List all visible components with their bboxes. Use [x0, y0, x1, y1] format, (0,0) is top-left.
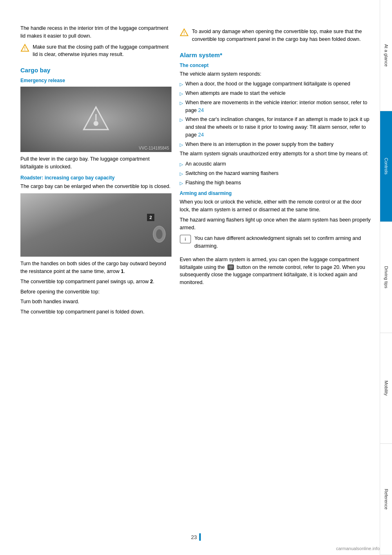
concept-bullet-list: ▷ When a door, the hood or the luggage c… [180, 80, 372, 148]
sidebar-item-driving-tips[interactable]: Driving tips [380, 222, 392, 333]
sidebar: At a glance Controls Driving tips Mobili… [380, 0, 392, 555]
arming-text-2: The hazard warning flashers light up onc… [180, 216, 372, 232]
emergency-release-image: VVC-114185845 [20, 87, 172, 152]
page-bar [199, 533, 201, 541]
warning-2-text: To avoid any damage when opening the con… [192, 28, 372, 43]
bullet-arrow-icon: ▷ [180, 141, 183, 148]
info-icon: i [180, 235, 191, 244]
turn-text-2: The convertible top compartment panel sw… [20, 278, 172, 286]
bullet-arrow-icon: ▷ [180, 116, 183, 123]
warning-box-1: ! Make sure that the closing path of the… [20, 43, 172, 61]
concept-bullet-4: ▷ When the car's inclination changes, fo… [180, 116, 372, 139]
concept-bullet-3: ▷ When there are movements in the vehicl… [180, 99, 372, 114]
cargo-bay-image: 2 [20, 193, 172, 257]
svg-rect-16 [229, 269, 232, 269]
carmanuals-footer: carmanualsonline.info [336, 546, 380, 551]
svg-point-9 [156, 229, 163, 239]
arming-heading: Arming and disarming [180, 190, 372, 196]
svg-text:i: i [185, 237, 186, 242]
arming-info: You can have different acknowledgment si… [194, 235, 372, 250]
signal-bullet-1: ▷ An acoustic alarm [180, 160, 372, 168]
warning-1-text: Make sure that the closing path of the l… [33, 43, 172, 59]
bullet-arrow-icon: ▷ [180, 161, 183, 168]
sidebar-item-at-a-glance[interactable]: At a glance [380, 0, 392, 111]
page-number: 23 [191, 534, 197, 540]
remote-control-icon [227, 264, 234, 271]
roadster-heading: Roadster: increasing cargo bay capacity [20, 175, 172, 181]
left-column: The handle recess in the interior trim o… [20, 25, 172, 539]
svg-text:!: ! [183, 31, 185, 36]
turn-text-1: Turn the handles on both sides of the ca… [20, 260, 172, 275]
bullet-arrow-icon: ▷ [180, 90, 183, 97]
svg-point-3 [94, 121, 98, 126]
alarm-system-heading: Alarm system* [180, 51, 372, 58]
concept-bullet-1: ▷ When a door, the hood or the luggage c… [180, 80, 372, 88]
concept-intro: The vehicle alarm system responds: [180, 70, 372, 78]
bullet-arrow-icon: ▷ [180, 180, 183, 187]
sidebar-item-mobility[interactable]: Mobility [380, 333, 392, 444]
cargo-bay-heading: Cargo bay [20, 67, 172, 74]
right-column: ! To avoid any damage when opening the c… [180, 25, 372, 539]
concept-heading: The concept [180, 63, 372, 68]
img1-caption: Pull the lever in the cargo bay. The lug… [20, 155, 172, 171]
main-content: The handle recess in the interior trim o… [0, 0, 380, 555]
page-ref-24b[interactable]: 24 [198, 132, 204, 138]
svg-text:2: 2 [149, 215, 152, 220]
warning-box-2: ! To avoid any damage when opening the c… [180, 28, 372, 46]
bullet-arrow-icon: ▷ [180, 100, 183, 107]
concept-bullet-2: ▷ When attempts are made to start the ve… [180, 90, 372, 97]
roadster-text: The cargo bay can be enlarged when the c… [20, 183, 172, 190]
page-container: The handle recess in the interior trim o… [0, 0, 392, 555]
sidebar-item-reference[interactable]: Reference [380, 444, 392, 555]
svg-text:!: ! [24, 46, 25, 51]
svg-rect-5 [20, 193, 172, 257]
signal-bullet-3: ▷ Flashing the high beams [180, 179, 372, 187]
warning-triangle-icon-2: ! [180, 28, 189, 37]
image-watermark: VVC-114185845 [139, 146, 169, 150]
arming-text-3: Even when the alarm system is armed, you… [180, 256, 372, 286]
info-box: i You can have different acknowledgment … [180, 235, 372, 253]
bullet-arrow-icon: ▷ [180, 170, 183, 177]
emergency-release-heading: Emergency release [20, 78, 172, 83]
svg-rect-15 [229, 266, 233, 268]
before-sub2: The convertible top compartment panel is… [20, 308, 172, 316]
intro-text: The handle recess in the interior trim o… [20, 25, 172, 40]
signals-bullet-list: ▷ An acoustic alarm ▷ Switching on the h… [180, 160, 372, 186]
before-text: Before opening the convertible top: [20, 288, 172, 296]
arming-text-1: When you lock or unlock the vehicle, eit… [180, 198, 372, 214]
sidebar-item-controls[interactable]: Controls [380, 111, 392, 222]
bullet-arrow-icon: ▷ [180, 81, 183, 88]
concept-bullet-5: ▷ When there is an interruption in the p… [180, 141, 372, 148]
before-sub1: Turn both handles inward. [20, 298, 172, 306]
signal-bullet-2: ▷ Switching on the hazard warning flashe… [180, 170, 372, 177]
warning-triangle-icon: ! [20, 44, 29, 53]
page-ref-24a[interactable]: 24 [198, 107, 204, 113]
signals-intro: The alarm system signals unauthorized en… [180, 150, 372, 158]
